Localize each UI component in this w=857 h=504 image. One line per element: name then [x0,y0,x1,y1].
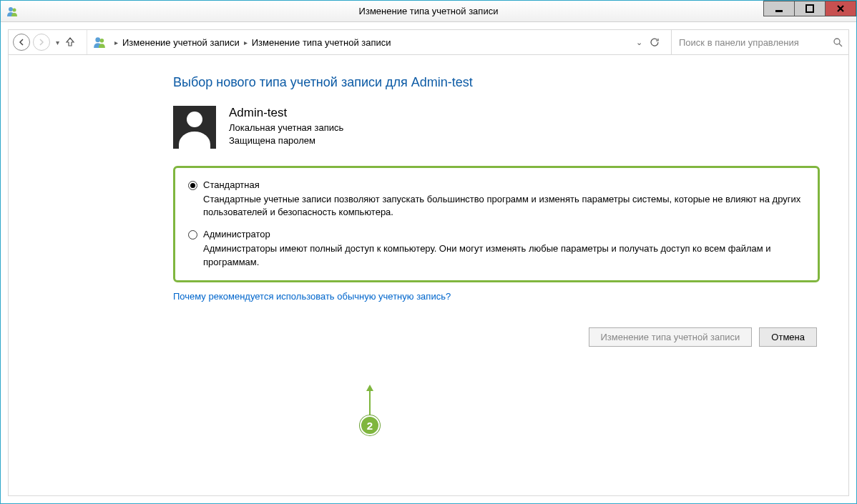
search-input[interactable] [677,36,833,49]
window: Изменение типа учетной записи ▾ [0,0,857,504]
user-password-status: Защищена паролем [229,134,343,147]
radio-admin[interactable] [188,230,197,239]
svg-point-4 [95,37,100,42]
titlebar: Изменение типа учетной записи [1,1,856,22]
search-icon[interactable] [833,37,843,47]
user-block: Admin-test Локальная учетная запись Защи… [173,106,820,149]
svg-rect-3 [806,5,813,12]
user-type: Локальная учетная запись [229,122,343,134]
avatar [173,106,216,149]
forward-button[interactable] [33,34,50,51]
toolbar: ▾ ▸ Изменение учетной записи ▸ Изменение… [8,29,849,55]
actions: Изменение типа учетной записи Отмена [173,327,820,347]
radio-standard[interactable] [188,181,197,190]
page-heading: Выбор нового типа учетной записи для Adm… [173,75,820,90]
minimize-button[interactable] [763,1,795,16]
maximize-button[interactable] [794,1,826,16]
callout-2: 2 [360,415,380,435]
help-link[interactable]: Почему рекомендуется использовать обычну… [173,291,451,302]
account-type-options: Стандартная Стандартные учетные записи п… [173,166,820,282]
close-button[interactable] [825,1,856,16]
user-name: Admin-test [229,106,343,120]
option-admin[interactable]: Администратор [188,229,805,239]
option-standard[interactable]: Стандартная [188,179,805,190]
arrow-head-icon [366,385,373,391]
svg-point-0 [9,7,13,11]
content: Выбор нового типа учетной записи для Adm… [8,55,849,496]
breadcrumb: ▸ Изменение учетной записи ▸ Изменение т… [110,37,630,48]
address-bar[interactable]: ▸ Изменение учетной записи ▸ Изменение т… [87,30,671,54]
chevron-right-icon: ▸ [244,39,248,46]
breadcrumb-item[interactable]: Изменение типа учетной записи [252,37,391,48]
recent-dropdown-icon[interactable]: ▾ [56,39,59,46]
refresh-icon[interactable] [650,37,660,47]
window-controls [764,1,856,16]
breadcrumb-item[interactable]: Изменение учетной записи [122,37,240,48]
svg-line-7 [839,44,842,46]
arrow-line [369,391,371,415]
search-box[interactable] [671,30,848,54]
option-standard-desc: Стандартные учетные записи позволяют зап… [203,193,805,219]
window-title: Изменение типа учетной записи [1,6,856,16]
users-icon [6,6,18,17]
up-button[interactable] [65,36,75,49]
chevron-right-icon: ▸ [114,39,118,46]
cancel-button[interactable]: Отмена [759,327,817,347]
svg-point-1 [13,8,16,11]
change-type-button[interactable]: Изменение типа учетной записи [589,327,753,347]
address-end: ⌄ [630,37,665,47]
option-admin-desc: Администраторы имеют полный доступ к ком… [203,242,805,268]
option-admin-label: Администратор [203,229,270,239]
svg-rect-2 [775,10,783,12]
svg-point-5 [100,39,104,43]
users-icon [93,36,106,49]
back-button[interactable] [13,34,30,51]
svg-point-6 [834,39,840,44]
option-standard-label: Стандартная [203,179,260,190]
nav-controls: ▾ [9,30,87,54]
chevron-down-icon[interactable]: ⌄ [636,38,642,47]
